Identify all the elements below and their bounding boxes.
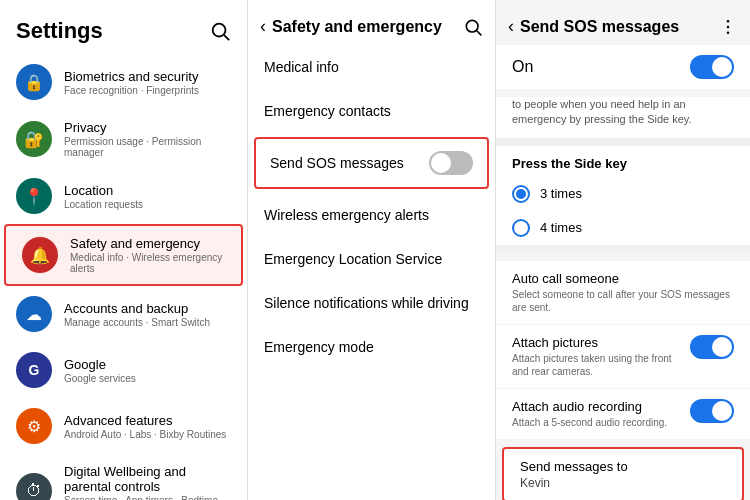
attach-pictures-row: Attach pictures Attach pictures taken us… <box>496 325 750 388</box>
attach-audio-toggle[interactable] <box>690 399 734 423</box>
search-icon[interactable] <box>209 20 231 42</box>
auto-call-title: Auto call someone <box>512 271 734 286</box>
sos-on-label: On <box>512 58 533 76</box>
settings-panel: Settings 🔒 Biometrics and security Face … <box>0 0 248 500</box>
google-icon: G <box>16 352 52 388</box>
sos-on-row: On <box>496 45 750 89</box>
settings-item-privacy[interactable]: 🔐 Privacy Permission usage · Permission … <box>0 110 247 168</box>
location-icon: 📍 <box>16 178 52 214</box>
attach-pictures-toggle[interactable] <box>690 335 734 359</box>
sos-main-toggle[interactable] <box>690 55 734 79</box>
attach-audio-desc: Attach a 5-second audio recording. <box>512 416 680 429</box>
auto-call-desc: Select someone to call after your SOS me… <box>512 288 734 314</box>
svg-point-2 <box>466 20 478 32</box>
send-messages-to-row[interactable]: Send messages to Kevin <box>502 447 744 500</box>
settings-item-accounts[interactable]: ☁ Accounts and backup Manage accounts · … <box>0 286 247 342</box>
attach-pictures-desc: Attach pictures taken using the front an… <box>512 352 680 378</box>
safety-title: Safety and emergency <box>272 18 442 36</box>
send-messages-value: Kevin <box>520 476 726 490</box>
divider-1 <box>496 138 750 146</box>
divider-2 <box>496 245 750 253</box>
radio-4times-label: 4 times <box>540 220 582 235</box>
svg-point-6 <box>727 31 730 34</box>
safety-back-button[interactable]: ‹ <box>260 16 266 37</box>
settings-item-wellbeing[interactable]: ⏱ Digital Wellbeing and parental control… <box>0 454 247 500</box>
svg-point-4 <box>727 19 730 22</box>
settings-item-biometrics[interactable]: 🔒 Biometrics and security Face recogniti… <box>0 54 247 110</box>
sos-description: to people when you need help in an emerg… <box>496 97 750 138</box>
safety-menu-item-wireless[interactable]: Wireless emergency alerts <box>248 193 495 237</box>
safety-header: ‹ Safety and emergency <box>248 0 495 45</box>
safety-panel: ‹ Safety and emergency Medical info Emer… <box>248 0 496 500</box>
settings-header: Settings <box>0 0 247 54</box>
settings-item-google[interactable]: G Google Google services <box>0 342 247 398</box>
advanced-icon: ⚙ <box>16 408 52 444</box>
privacy-icon: 🔐 <box>16 121 52 157</box>
accounts-icon: ☁ <box>16 296 52 332</box>
radio-4times-circle <box>512 219 530 237</box>
safety-menu-item-sos[interactable]: Send SOS messages <box>254 137 489 189</box>
safety-menu-item-silence[interactable]: Silence notifications while driving <box>248 281 495 325</box>
svg-line-1 <box>224 35 229 40</box>
svg-point-5 <box>727 25 730 28</box>
press-side-key-title: Press the Side key <box>496 146 750 177</box>
biometrics-icon: 🔒 <box>16 64 52 100</box>
radio-3times-label: 3 times <box>540 186 582 201</box>
auto-call-row: Auto call someone Select someone to call… <box>496 261 750 324</box>
svg-point-0 <box>213 24 226 37</box>
svg-line-3 <box>477 30 482 35</box>
sos-header: ‹ Send SOS messages <box>496 0 750 45</box>
safety-menu-item-medical[interactable]: Medical info <box>248 45 495 89</box>
safety-menu-item-location-service[interactable]: Emergency Location Service <box>248 237 495 281</box>
radio-3times-circle <box>512 185 530 203</box>
wellbeing-icon: ⏱ <box>16 473 52 501</box>
sos-panel: ‹ Send SOS messages On to people when yo… <box>496 0 750 500</box>
attach-audio-row: Attach audio recording Attach a 5-second… <box>496 389 750 439</box>
attach-pictures-title: Attach pictures <box>512 335 680 350</box>
send-messages-label: Send messages to <box>520 459 726 474</box>
safety-icon: 🔔 <box>22 237 58 273</box>
safety-menu-item-emergency-mode[interactable]: Emergency mode <box>248 325 495 369</box>
sos-toggle[interactable] <box>429 151 473 175</box>
settings-item-location[interactable]: 📍 Location Location requests <box>0 168 247 224</box>
safety-search-icon[interactable] <box>463 17 483 37</box>
radio-3times[interactable]: 3 times <box>496 177 750 211</box>
attach-audio-title: Attach audio recording <box>512 399 680 414</box>
sos-back-button[interactable]: ‹ <box>508 16 514 37</box>
safety-menu-item-contacts[interactable]: Emergency contacts <box>248 89 495 133</box>
settings-item-safety[interactable]: 🔔 Safety and emergency Medical info · Wi… <box>4 224 243 286</box>
sos-more-icon[interactable] <box>718 17 738 37</box>
settings-item-advanced[interactable]: ⚙ Advanced features Android Auto · Labs … <box>0 398 247 454</box>
settings-title: Settings <box>16 18 103 44</box>
radio-4times[interactable]: 4 times <box>496 211 750 245</box>
sos-title: Send SOS messages <box>520 18 679 36</box>
